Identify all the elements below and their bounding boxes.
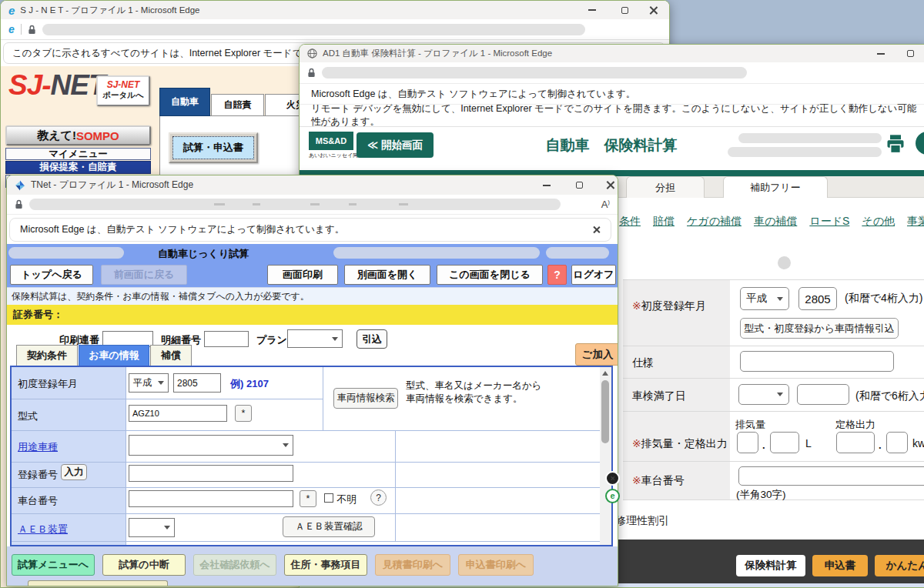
application-button[interactable]: 申込書 — [812, 555, 868, 576]
ad1-titlebar[interactable]: AD1 自動車 保険料計算 - プロファイル 1 - Microsoft Edg… — [300, 45, 924, 62]
tnet-address-bar[interactable]: A) — [7, 195, 618, 215]
tab-hoshou[interactable]: 補償 — [150, 345, 192, 366]
pull-button[interactable]: 引込 — [357, 329, 387, 349]
vehicle-form-panel: 初度登録年月 平成 例) 2107 型式 * 車両情報検索 型式、車名又はメーカ… — [10, 366, 613, 546]
chassis-number-input[interactable] — [129, 490, 293, 507]
tnet-titlebar[interactable]: TNet - プロファイル 1 - Microsoft Edge — [7, 175, 618, 195]
ad1-address-bar[interactable] — [300, 62, 924, 84]
chassis-help-button[interactable]: ? — [370, 489, 387, 506]
print-screen-button[interactable]: 画面印刷 — [267, 265, 338, 285]
nav-link-sonota[interactable]: その他 — [862, 215, 895, 229]
page-title: 自動車 保険料計算 — [488, 135, 735, 155]
reg-number-label: 登録番号 — [18, 468, 58, 482]
plan-select[interactable] — [287, 329, 343, 348]
scroll-up-arrow[interactable] — [602, 371, 608, 376]
nav-link-kega[interactable]: ケガの補償 — [687, 215, 742, 229]
portal-button[interactable]: SJ-NET ポータルへ — [96, 75, 150, 106]
join-button[interactable]: ご加入 — [575, 343, 618, 366]
close-button[interactable] — [641, 1, 665, 19]
quote-menu-button[interactable]: 試算メニューへ — [12, 554, 95, 576]
displacement-int-input[interactable] — [737, 432, 758, 453]
help-button[interactable]: ? — [547, 265, 567, 285]
sjnet-address-bar[interactable]: e — [1, 19, 669, 40]
minimize-button[interactable] — [869, 45, 892, 62]
nav-link-kuruma[interactable]: 車の補償 — [754, 215, 797, 229]
back-prev-button[interactable]: 前画面に戻る — [101, 265, 187, 285]
tab-keiyaku-jouken[interactable]: 契約条件 — [16, 345, 78, 366]
scroll-thumb[interactable] — [601, 380, 609, 443]
nav-link-road-s[interactable]: ロードS — [809, 215, 849, 229]
era-select[interactable]: 平成 — [129, 373, 169, 393]
close-screen-button[interactable]: この画面を閉じる — [437, 265, 543, 285]
page-title: 自動車じっくり試算 — [158, 247, 249, 261]
quote-application-button[interactable]: 試算・申込書 — [169, 132, 258, 163]
decimal-dot: . — [879, 439, 882, 451]
maximize-button[interactable] — [613, 1, 636, 19]
tab-hojo-free[interactable]: 補助フリー — [723, 176, 828, 198]
logoff-button[interactable]: ログオフ — [571, 265, 616, 285]
floating-close-badge[interactable] — [605, 471, 620, 486]
tab-jibaiseki[interactable]: 自賠責 — [211, 94, 264, 116]
suspend-quote-button[interactable]: 試算の中断 — [102, 554, 186, 576]
easy-mode-button[interactable]: かんたんモード — [875, 555, 924, 576]
detail-no-input[interactable] — [204, 331, 249, 347]
form-scrollbar[interactable] — [600, 367, 611, 545]
button-label: かんたんモード — [886, 559, 924, 573]
usage-type-link[interactable]: 用途車種 — [18, 440, 58, 454]
floating-ie-badge[interactable]: e — [605, 489, 620, 503]
first-reg-year-input[interactable]: 2805 — [798, 287, 837, 310]
nav-link-jigyou[interactable]: 事業・他 — [907, 215, 924, 229]
oshiete-sompo-button[interactable]: 教えて! SOMPO — [5, 125, 151, 145]
tab-jidousha[interactable]: 自動車 — [159, 88, 210, 116]
nav-link-baishou[interactable]: 賠償 — [653, 215, 675, 229]
redacted-url-pill — [29, 199, 561, 210]
open-new-screen-button[interactable]: 別画面を開く — [344, 265, 430, 285]
sjnet-titlebar[interactable]: e S J - N E T - プロファイル 1 - Microsoft Edg… — [1, 1, 669, 19]
tab-label: お車の情報 — [89, 349, 139, 362]
inspection-era-select[interactable] — [738, 384, 789, 405]
era-select[interactable]: 平成 — [740, 287, 789, 310]
account-icon[interactable] — [916, 132, 924, 155]
aeb-confirm-button[interactable]: ＡＥＢ装置確認 — [283, 516, 375, 537]
back-to-top-button[interactable]: トップへ戻る — [10, 265, 93, 285]
address-office-button[interactable]: 住所・事務項目 — [284, 554, 367, 576]
vehicle-search-button[interactable]: 車両情報検索 — [333, 388, 398, 409]
print-icon[interactable] — [885, 133, 906, 155]
first-reg-year-input[interactable] — [173, 373, 221, 393]
minimize-button[interactable] — [535, 175, 558, 195]
start-screen-button[interactable]: ≪ 開始画面 — [357, 132, 434, 158]
premium-calc-button[interactable]: 保険料計算 — [736, 555, 805, 576]
maximize-button[interactable] — [567, 175, 591, 195]
start-screen-label: ≪ 開始画面 — [367, 139, 423, 152]
tab-label: 自賠責 — [224, 99, 252, 112]
aeb-select[interactable] — [129, 518, 175, 537]
inspection-date-input[interactable] — [797, 384, 849, 405]
rated-output-int-input[interactable] — [836, 432, 875, 453]
aeb-device-link[interactable]: ＡＥＢ装置 — [18, 523, 68, 536]
model-star-button[interactable]: * — [235, 405, 252, 422]
chassis-input[interactable] — [738, 466, 924, 486]
chassis-star-button[interactable]: * — [300, 490, 316, 507]
rated-output-frac-input[interactable] — [886, 432, 908, 453]
redacted-text-pill — [546, 247, 609, 259]
sidebar-item-mymenu[interactable]: マイメニュー — [5, 148, 151, 160]
displacement-frac-input[interactable] — [770, 432, 799, 453]
sidebar-item-sonpo-teian[interactable]: 損保提案・自賠責 — [5, 161, 151, 174]
close-button[interactable] — [598, 175, 618, 195]
tab-okuruma-jouhou[interactable]: お車の情報 — [79, 345, 149, 366]
unknown-checkbox[interactable] — [324, 493, 333, 503]
maximize-button[interactable] — [899, 45, 922, 62]
nav-link-jouken[interactable]: 条件 — [619, 215, 641, 229]
spec-input[interactable] — [740, 351, 894, 372]
rated-output-sublabel: 定格出力 — [835, 418, 875, 432]
reg-number-input-button[interactable]: 入力 — [61, 464, 87, 480]
label-column — [12, 367, 126, 541]
usage-type-select[interactable] — [129, 435, 293, 456]
read-aloud-icon[interactable]: A) — [601, 199, 610, 210]
banner-close-icon[interactable] — [592, 226, 601, 234]
tab-bundan[interactable]: 分担 — [626, 176, 705, 198]
pull-vehicle-info-button[interactable]: 型式・初度登録から車両情報引込 — [740, 318, 899, 339]
model-input[interactable] — [129, 405, 227, 422]
minimize-button[interactable] — [581, 1, 604, 19]
reg-number-input[interactable] — [129, 465, 293, 482]
